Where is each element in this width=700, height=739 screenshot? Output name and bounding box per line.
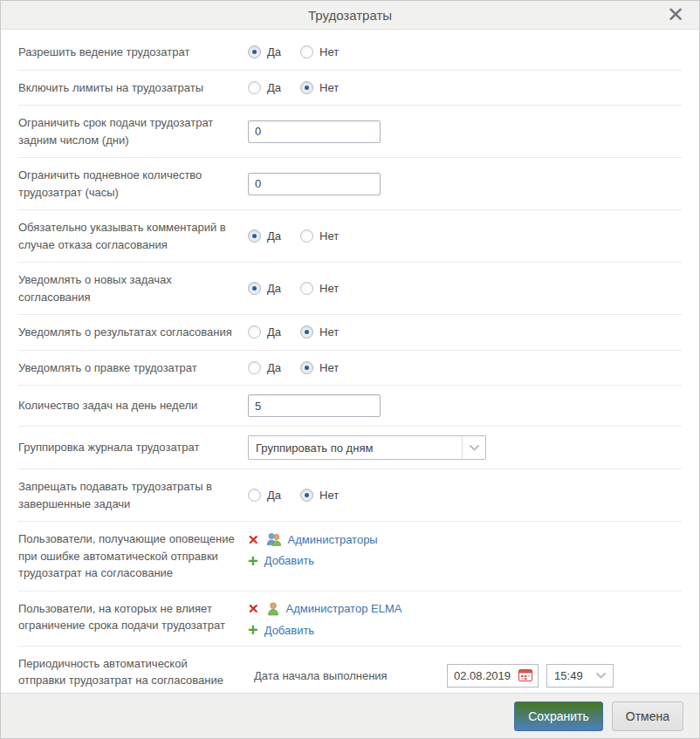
start-time-value: 15:49 <box>547 665 590 687</box>
person-icon <box>266 602 280 616</box>
radio-circle[interactable] <box>248 361 261 374</box>
radio-circle[interactable] <box>248 282 261 295</box>
close-icon[interactable]: ✕ <box>663 2 688 28</box>
radio-no-label: Нет <box>319 282 339 295</box>
radio-circle[interactable] <box>300 81 313 94</box>
radio-yes[interactable]: Да <box>248 229 281 243</box>
radio-circle[interactable] <box>300 325 313 339</box>
tasks-per-day-input[interactable] <box>248 394 381 417</box>
radio-yes[interactable]: Да <box>248 45 281 58</box>
radio-yes[interactable]: Да <box>248 325 281 339</box>
radio-yes[interactable]: Да <box>248 489 281 502</box>
row-journal-grouping: Группировка журнала трудозатрат Группиро… <box>18 427 682 469</box>
radio-no[interactable]: Нет <box>300 45 339 58</box>
row-label: Группировка журнала трудозатрат <box>18 439 248 456</box>
radio-no-label: Нет <box>319 489 339 502</box>
add-user-row: + Добавить <box>248 624 682 637</box>
radio-circle[interactable] <box>300 229 313 243</box>
radio-circle[interactable] <box>248 45 261 58</box>
grouping-select[interactable]: Группировать по дням <box>248 435 486 460</box>
dialog-header: Трудозатраты ✕ <box>1 1 699 30</box>
row-label: Включить лимиты на трудозатраты <box>18 79 248 97</box>
row-label: Пользователи, на которых не влияет огран… <box>18 600 248 634</box>
start-time-field[interactable]: 15:49 <box>546 664 614 688</box>
radio-yes[interactable]: Да <box>248 282 281 295</box>
start-date-row: Дата начала выполнения 02.08.2019 15:49 <box>254 664 682 688</box>
delete-icon[interactable]: ✕ <box>248 533 259 546</box>
group-icon <box>266 532 282 546</box>
radio-circle[interactable] <box>248 489 261 502</box>
radio-no[interactable]: Нет <box>300 81 339 94</box>
radio-yes[interactable]: Да <box>248 361 281 374</box>
row-label: Запрещать подавать трудозатраты в заверш… <box>18 478 248 512</box>
grouping-select-value: Группировать по дням <box>249 436 462 459</box>
radio-group: Да Нет <box>248 325 682 339</box>
chevron-down-icon[interactable] <box>462 436 485 459</box>
user-entry: ✕ Администратор ELMA <box>248 602 682 616</box>
radio-yes-label: Да <box>267 229 281 243</box>
row-label: Обязательно указывать комментарий в случ… <box>18 219 248 253</box>
calendar-icon[interactable] <box>517 668 538 682</box>
row-label: Уведомлять о новых задачах согласования <box>18 271 248 305</box>
radio-yes-label: Да <box>267 325 281 339</box>
radio-no[interactable]: Нет <box>300 489 339 502</box>
backdate-days-input[interactable] <box>248 120 381 143</box>
start-date-value: 02.08.2019 <box>448 669 517 682</box>
row-label: Уведомлять о результатах согласования <box>18 324 248 341</box>
radio-circle[interactable] <box>300 282 313 295</box>
radio-group: Да Нет <box>248 489 682 502</box>
row-label: Периодичность автоматической отправки тр… <box>18 655 248 689</box>
radio-no-label: Нет <box>319 361 339 374</box>
row-notify-results: Уведомлять о результатах согласования Да… <box>18 315 682 351</box>
radio-no-label: Нет <box>319 325 339 339</box>
radio-no[interactable]: Нет <box>300 229 339 243</box>
radio-circle[interactable] <box>300 361 313 374</box>
cancel-button[interactable]: Отмена <box>612 701 683 731</box>
delete-icon[interactable]: ✕ <box>248 602 259 615</box>
radio-circle[interactable] <box>300 45 313 58</box>
row-label: Уведомлять о правке трудозатрат <box>18 359 248 377</box>
radio-no-label: Нет <box>319 45 339 58</box>
row-tasks-per-weekday: Количество задач на день недели <box>18 386 682 427</box>
row-exempt-users: Пользователи, на которых не влияет огран… <box>18 592 682 647</box>
row-auto-submit-schedule: Периодичность автоматической отправки тр… <box>18 647 682 694</box>
chevron-down-icon[interactable] <box>590 665 613 687</box>
row-label: Разрешить ведение трудозатрат <box>18 44 248 61</box>
daily-hours-input[interactable] <box>248 173 381 195</box>
radio-group: Да Нет <box>248 81 682 94</box>
row-require-comment: Обязательно указывать комментарий в случ… <box>18 210 682 263</box>
row-label: Пользователи, получающие оповещение при … <box>18 530 248 582</box>
timesheet-settings-dialog: Трудозатраты ✕ Разрешить ведение трудоза… <box>0 0 700 739</box>
radio-no[interactable]: Нет <box>300 282 339 295</box>
row-allow-timesheets: Разрешить ведение трудозатрат Да Нет <box>18 35 682 71</box>
save-button[interactable]: Сохранить <box>514 701 603 731</box>
radio-group: Да Нет <box>248 229 682 243</box>
user-entry: ✕ Администраторы <box>248 532 682 546</box>
add-icon[interactable]: + <box>248 624 258 636</box>
user-link[interactable]: Администраторы <box>288 533 378 546</box>
radio-group: Да Нет <box>248 45 682 58</box>
radio-circle[interactable] <box>248 81 261 94</box>
start-date-label: Дата начала выполнения <box>254 669 447 682</box>
radio-no[interactable]: Нет <box>300 325 339 339</box>
user-link[interactable]: Администратор ELMA <box>286 602 402 615</box>
row-daily-hours-limit: Ограничить подневное количество трудозат… <box>18 158 682 210</box>
row-forbid-completed-tasks: Запрещать подавать трудозатраты в заверш… <box>18 469 682 522</box>
radio-circle[interactable] <box>248 325 261 339</box>
add-link[interactable]: Добавить <box>264 554 314 567</box>
row-label: Ограничить срок подачи трудозатрат задни… <box>18 114 248 148</box>
row-notify-edits: Уведомлять о правке трудозатрат Да Нет <box>18 351 682 387</box>
radio-yes-label: Да <box>267 81 281 94</box>
radio-circle[interactable] <box>248 229 261 243</box>
start-date-field[interactable]: 02.08.2019 <box>447 664 539 688</box>
add-user-row: + Добавить <box>248 554 682 567</box>
radio-circle[interactable] <box>300 489 313 502</box>
radio-yes[interactable]: Да <box>248 81 281 94</box>
row-error-notification-users: Пользователи, получающие оповещение при … <box>18 522 682 592</box>
radio-yes-label: Да <box>267 361 281 374</box>
radio-no-label: Нет <box>319 81 339 94</box>
add-icon[interactable]: + <box>248 555 258 567</box>
radio-no[interactable]: Нет <box>300 361 339 374</box>
row-label: Ограничить подневное количество трудозат… <box>18 167 248 201</box>
add-link[interactable]: Добавить <box>264 624 314 637</box>
